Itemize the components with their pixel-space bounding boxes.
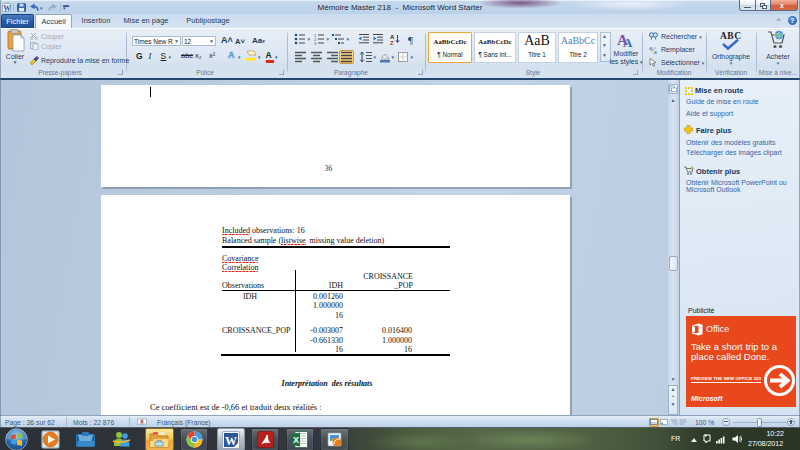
- svg-text:▾: ▾: [411, 54, 414, 60]
- svg-text:X: X: [293, 435, 299, 445]
- svg-text:▾: ▾: [308, 36, 311, 42]
- svg-text:¶: ¶: [408, 34, 413, 46]
- svg-text:▾: ▾: [392, 54, 395, 60]
- svg-text:W: W: [3, 3, 11, 12]
- svg-text:▾: ▾: [374, 54, 377, 60]
- svg-text:▾: ▾: [347, 36, 350, 42]
- svg-text:W: W: [225, 433, 237, 447]
- svg-text:Z: Z: [390, 40, 394, 45]
- svg-text:A: A: [623, 35, 633, 49]
- svg-text:3: 3: [314, 41, 317, 45]
- svg-text:▾: ▾: [327, 36, 330, 42]
